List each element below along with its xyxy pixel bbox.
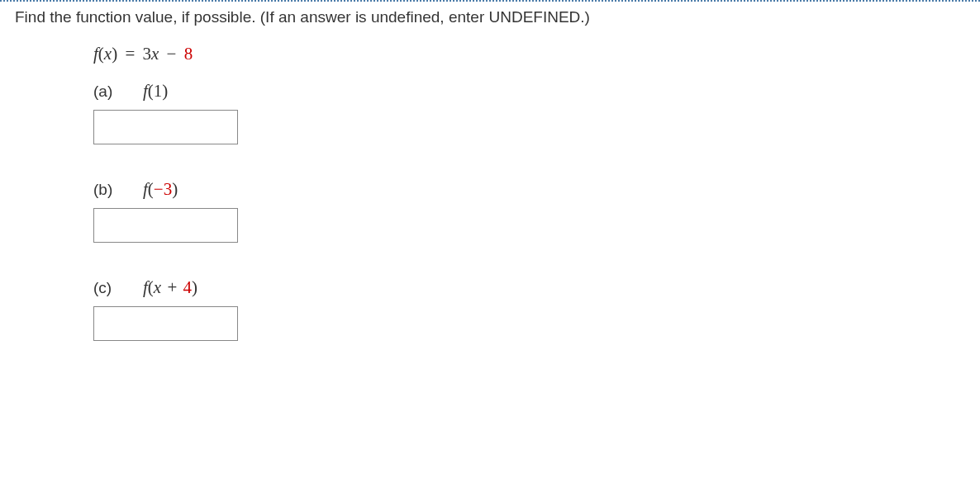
part-a-arg: 1 [154, 81, 163, 101]
function-definition: f(x) = 3x − 8 [93, 44, 965, 64]
part-b-arg: −3 [154, 179, 172, 199]
part-a-open-paren: ( [148, 81, 154, 101]
part-a-expression: f(1) [143, 81, 168, 102]
close-paren: ) [112, 44, 117, 64]
part-a: (a) f(1) [93, 81, 965, 144]
part-b-close-paren: ) [172, 179, 178, 199]
part-b: (b) f(−3) [93, 179, 965, 243]
part-a-close-paren: ) [162, 81, 168, 101]
part-c-expression: f(x + 4) [143, 277, 197, 298]
part-c-answer-input[interactable] [93, 306, 238, 341]
part-c-label: (c) [93, 279, 143, 297]
equals-sign: = [125, 44, 135, 64]
constant: 8 [184, 44, 193, 64]
part-a-row: (a) f(1) [93, 81, 965, 102]
part-c-close-paren: ) [192, 277, 197, 297]
part-b-row: (b) f(−3) [93, 179, 965, 200]
minus-sign: − [167, 44, 177, 64]
part-a-answer-input[interactable] [93, 110, 238, 144]
part-c-const: 4 [183, 277, 193, 297]
part-b-open-paren: ( [148, 179, 154, 199]
part-b-answer-input[interactable] [93, 208, 238, 243]
coefficient: 3 [143, 44, 152, 64]
instruction-text: Find the function value, if possible. (I… [15, 7, 965, 29]
part-c-op: + [163, 277, 181, 297]
part-b-expression: f(−3) [143, 179, 178, 200]
part-c: (c) f(x + 4) [93, 277, 965, 341]
rhs-var: x [151, 44, 159, 64]
open-paren: ( [98, 44, 104, 64]
question-content: Find the function value, if possible. (I… [0, 2, 980, 392]
part-c-var: x [154, 277, 161, 297]
part-c-row: (c) f(x + 4) [93, 277, 965, 298]
part-a-label: (a) [93, 83, 143, 101]
part-b-label: (b) [93, 181, 143, 199]
function-var: x [104, 44, 112, 64]
part-c-open-paren: ( [148, 277, 154, 297]
